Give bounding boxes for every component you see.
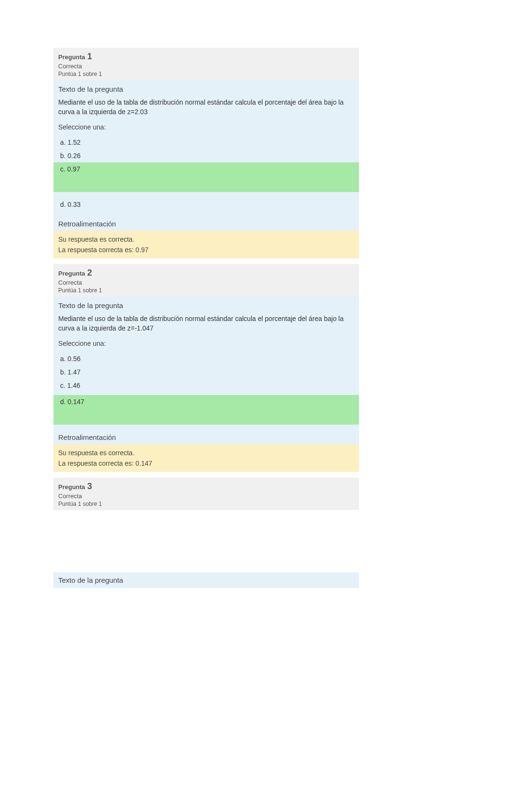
question-body-2: Texto de la pregunta Mediante el uso de … xyxy=(53,297,359,429)
page-break-gap xyxy=(53,510,359,572)
option-2b[interactable]: b. 1.47 xyxy=(53,365,359,379)
option-1c-correct[interactable]: c. 0.97 xyxy=(53,162,359,192)
option-text: 1.46 xyxy=(67,382,80,389)
feedback-box-1: Su respuesta es correcta. La respuesta c… xyxy=(53,231,359,258)
feedback-line: Su respuesta es correcta. xyxy=(58,235,354,243)
question-state: Correcta xyxy=(58,492,354,500)
feedback-correct-answer: La respuesta correcta es: 0.147 xyxy=(58,459,354,467)
option-letter: b. xyxy=(60,152,66,160)
question-label: Pregunta xyxy=(58,483,85,491)
option-letter: b. xyxy=(60,368,66,376)
option-1d[interactable]: d. 0.33 xyxy=(53,192,359,211)
option-2d-correct[interactable]: d. 0.147 xyxy=(53,395,359,425)
option-text: 0.26 xyxy=(68,152,81,160)
question-label: Pregunta xyxy=(58,270,85,277)
option-2a[interactable]: a. 0.56 xyxy=(53,352,359,365)
option-letter: d. xyxy=(60,201,66,208)
feedback-line: Su respuesta es correcta. xyxy=(58,449,354,457)
option-letter: c. xyxy=(60,382,65,389)
option-text: 0.33 xyxy=(68,201,81,208)
option-text: 0.97 xyxy=(67,165,80,173)
option-text: 1.52 xyxy=(68,139,81,146)
question-grade: Puntúa 1 sobre 1 xyxy=(58,287,354,294)
feedback-correct-answer: La respuesta correcta es: 0.97 xyxy=(58,246,354,254)
question-text-heading: Texto de la pregunta xyxy=(58,576,354,584)
question-state: Correcta xyxy=(58,279,354,286)
option-2c[interactable]: c. 1.46 xyxy=(53,379,359,392)
option-letter: d. xyxy=(60,398,66,406)
question-prompt: Mediante el uso de la tabla de distribuc… xyxy=(58,314,354,333)
feedback-heading-1: Retroalimentación xyxy=(53,216,359,231)
question-header-2: Pregunta 2 Correcta Puntúa 1 sobre 1 xyxy=(53,264,359,297)
quiz-page: Pregunta 1 Correcta Puntúa 1 sobre 1 Tex… xyxy=(53,48,359,588)
question-label: Pregunta xyxy=(58,53,85,61)
options-list-1: a. 1.52 b. 0.26 c. 0.97 d. 0.33 xyxy=(58,136,354,211)
option-text: 0.147 xyxy=(68,398,84,406)
question-state: Correcta xyxy=(58,63,354,70)
option-letter: c. xyxy=(60,165,65,173)
question-number: 1 xyxy=(87,52,92,61)
option-letter: a. xyxy=(60,355,66,363)
question-text-heading: Texto de la pregunta xyxy=(58,85,354,93)
option-1b[interactable]: b. 0.26 xyxy=(53,149,359,162)
feedback-box-2: Su respuesta es correcta. La respuesta c… xyxy=(53,444,359,472)
question-number: 2 xyxy=(87,268,92,278)
question-header-3: Pregunta 3 Correcta Puntúa 1 sobre 1 xyxy=(53,478,359,510)
question-prompt: Mediante el uso de la tabla de distribuc… xyxy=(58,98,354,117)
question-grade: Puntúa 1 sobre 1 xyxy=(58,501,354,507)
options-list-2: a. 0.56 b. 1.47 c. 1.46 d. 0.147 xyxy=(58,352,354,425)
select-one-label: Seleccione una: xyxy=(58,123,354,131)
question-header-1: Pregunta 1 Correcta Puntúa 1 sobre 1 xyxy=(53,48,359,80)
option-text: 1.47 xyxy=(68,368,81,376)
option-1a[interactable]: a. 1.52 xyxy=(53,136,359,149)
option-text: 0.56 xyxy=(68,355,81,363)
feedback-heading-2: Retroalimentación xyxy=(53,429,359,444)
select-one-label: Seleccione una: xyxy=(58,340,354,347)
question-body-1: Texto de la pregunta Mediante el uso de … xyxy=(53,80,359,216)
question-number: 3 xyxy=(87,481,92,491)
option-letter: a. xyxy=(60,139,66,146)
question-text-heading: Texto de la pregunta xyxy=(58,301,354,310)
question-grade: Puntúa 1 sobre 1 xyxy=(58,71,354,77)
question-body-3: Texto de la pregunta xyxy=(53,572,359,588)
